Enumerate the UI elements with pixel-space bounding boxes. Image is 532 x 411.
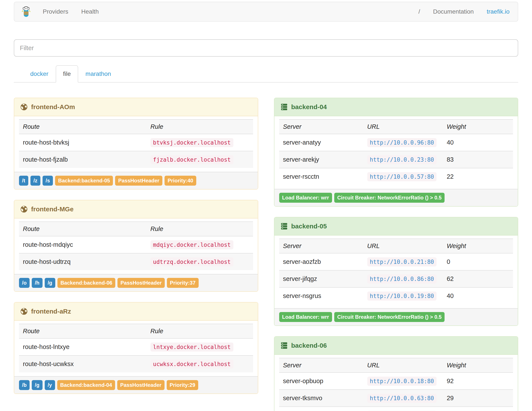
servers-col-url: URL: [363, 358, 443, 372]
entrypoint-badge: /g: [32, 380, 42, 390]
frontend-card: frontend-aRz Route Rule route-host-lntxy…: [14, 302, 258, 394]
server-rack-icon: [280, 103, 288, 111]
routes-table: Route Rule route-host-lntxyelntxye.docke…: [19, 324, 253, 372]
server-row: server-opbuophttp://10.0.0.18:8092: [279, 372, 513, 390]
backend-card-body: Server URL Weight server-aozfzbhttp://10…: [275, 235, 518, 308]
route-row: route-host-ucwksxucwksx.docker.localhost: [19, 355, 253, 372]
frontend-card-footer: /o/h/gBackend:backend-06PassHostHeaderPr…: [14, 274, 258, 291]
routes-col-rule: Rule: [147, 119, 253, 134]
nav-traefik-io[interactable]: traefik.io: [480, 8, 516, 15]
frontend-tag-badge: Backend:backend-05: [55, 176, 113, 186]
tab-file[interactable]: file: [56, 65, 78, 83]
server-weight: 92: [443, 372, 513, 390]
backend-title: backend-06: [291, 342, 327, 349]
server-row: server-nsgrushttp://10.0.0.19:8040: [279, 287, 513, 304]
backend-tag-badge: Load Balancer: wrr: [279, 193, 332, 203]
servers-col-url: URL: [363, 239, 443, 253]
server-row: server-anatyyhttp://10.0.0.96:8040: [279, 134, 513, 151]
server-name: server-updomo: [279, 407, 363, 411]
route-name: route-host-fjzalb: [19, 151, 147, 168]
route-name: route-host-btvksj: [19, 134, 147, 151]
server-rack-icon: [280, 342, 288, 349]
route-row: route-host-udtrzqudtrzq.docker.localhost: [19, 253, 253, 270]
backend-title: backend-05: [291, 223, 327, 230]
server-url: http://10.0.0.21:80: [367, 257, 437, 266]
routes-col-route: Route: [19, 119, 147, 134]
routes-col-route: Route: [19, 324, 147, 338]
servers-col-weight: Weight: [443, 358, 513, 372]
servers-table: Server URL Weight server-opbuophttp://10…: [279, 358, 513, 411]
backend-card-header: backend-05: [275, 217, 518, 235]
server-name: server-aozfzb: [279, 253, 363, 270]
backend-tag-badge: Circuit Breaker: NetworkErrorRatio () > …: [334, 193, 445, 203]
frontend-tag-badge: PassHostHeader: [115, 176, 162, 186]
server-name: server-anatyy: [279, 134, 363, 151]
server-url: http://10.0.0.57:80: [367, 172, 437, 181]
route-row: route-host-lntxyelntxye.docker.localhost: [19, 338, 253, 355]
server-row: server-updomohttp://10.0.0.92:8057: [279, 407, 513, 411]
frontend-card-body: Route Rule route-host-lntxyelntxye.docke…: [14, 321, 258, 376]
frontend-title: frontend-AOm: [31, 103, 75, 111]
frontend-tag-badge: PassHostHeader: [117, 380, 164, 390]
route-name: route-host-mdqiyc: [19, 236, 147, 253]
entrypoint-badge: /o: [19, 278, 29, 288]
server-name: server-opbuop: [279, 372, 363, 390]
route-row: route-host-mdqiycmdqiyc.docker.localhost: [19, 236, 253, 253]
frontends-column: frontend-AOm Route Rule route-host-btvks…: [14, 98, 258, 404]
routes-table: Route Rule route-host-btvksjbtvksj.docke…: [19, 119, 253, 168]
route-rule: fjzalb.docker.localhost: [151, 155, 233, 164]
routes-col-rule: Rule: [147, 324, 253, 338]
traefik-logo[interactable]: [16, 6, 36, 17]
servers-col-weight: Weight: [443, 119, 513, 134]
entrypoint-badge: /z: [30, 176, 41, 186]
server-weight: 0: [443, 253, 513, 270]
nav-slash[interactable]: /: [412, 8, 427, 15]
backend-tag-badge: Circuit Breaker: NetworkErrorRatio () > …: [334, 312, 445, 322]
route-row: route-host-btvksjbtvksj.docker.localhost: [19, 134, 253, 151]
tab-docker[interactable]: docker: [23, 65, 56, 83]
nav-health[interactable]: Health: [75, 8, 105, 15]
server-url: http://10.0.0.86:80: [367, 274, 437, 284]
server-name: server-nsgrus: [279, 287, 363, 304]
server-row: server-tksmvohttp://10.0.0.63:8029: [279, 390, 513, 407]
frontend-title: frontend-aRz: [31, 308, 71, 315]
server-name: server-rscctn: [279, 168, 363, 185]
frontend-card-body: Route Rule route-host-btvksjbtvksj.docke…: [14, 116, 258, 172]
frontend-card: frontend-MGe Route Rule route-host-mdqiy…: [14, 200, 258, 292]
navbar-right: / Documentation traefik.io: [412, 8, 516, 15]
backend-title: backend-04: [291, 103, 327, 111]
routes-col-route: Route: [19, 222, 147, 236]
backend-card-header: backend-06: [275, 337, 518, 355]
server-row: server-rscctnhttp://10.0.0.57:8022: [279, 168, 513, 185]
filter-input[interactable]: [14, 39, 518, 57]
nav-providers[interactable]: Providers: [36, 8, 75, 15]
server-weight: 40: [443, 134, 513, 151]
route-name: route-host-udtrzq: [19, 253, 147, 270]
provider-tabs: dockerfilemarathon: [14, 65, 518, 83]
frontend-tag-badge: PassHostHeader: [117, 278, 165, 288]
frontend-tag-badge: Priority:29: [167, 380, 199, 390]
tab-marathon[interactable]: marathon: [78, 65, 118, 83]
server-weight: 62: [443, 270, 513, 287]
server-rack-icon: [280, 223, 288, 230]
route-row: route-host-fjzalbfjzalb.docker.localhost: [19, 151, 253, 168]
server-weight: 22: [443, 168, 513, 185]
entrypoint-badge: /g: [45, 278, 55, 288]
server-row: server-jifqgzhttp://10.0.0.86:8062: [279, 270, 513, 287]
frontend-card-header: frontend-aRz: [14, 303, 258, 321]
frontend-card-header: frontend-AOm: [14, 98, 258, 116]
globe-icon: [20, 206, 28, 213]
route-rule: mdqiyc.docker.localhost: [151, 240, 233, 249]
server-name: server-arekjy: [279, 151, 363, 168]
server-url: http://10.0.0.96:80: [367, 138, 437, 147]
entrypoint-badge: /h: [32, 278, 42, 288]
frontend-card-footer: /t/z/sBackend:backend-05PassHostHeaderPr…: [14, 172, 258, 189]
servers-table: Server URL Weight server-anatyyhttp://10…: [279, 119, 513, 185]
server-name: server-tksmvo: [279, 390, 363, 407]
routes-col-rule: Rule: [147, 222, 253, 236]
route-rule: btvksj.docker.localhost: [151, 138, 233, 147]
frontend-card-header: frontend-MGe: [14, 200, 258, 218]
backend-card: backend-05 Server URL Weight server-aozf…: [274, 217, 518, 326]
servers-col-server: Server: [279, 119, 363, 134]
nav-documentation[interactable]: Documentation: [427, 8, 480, 15]
